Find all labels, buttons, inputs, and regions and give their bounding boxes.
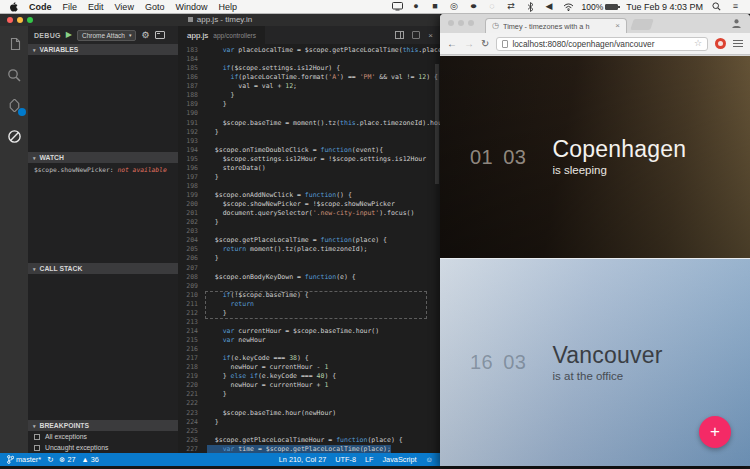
square-app-icon[interactable]: ■ (430, 1, 441, 12)
close-window-button[interactable] (7, 17, 13, 23)
code-line-217[interactable]: 217 if(e.keyCode === 38) { (178, 354, 440, 363)
breakpoint-row[interactable]: All exceptions (28, 431, 178, 442)
call-stack-panel[interactable] (28, 274, 178, 420)
code-line-203[interactable]: 203 (178, 227, 440, 236)
code-line-200[interactable]: 200 $scope.showNewPicker = !$scope.showN… (178, 200, 440, 209)
code-line-191[interactable]: 191 $scope.baseTime = moment().tz(this.p… (178, 119, 440, 128)
code-editor[interactable]: 183 var placeLocalTime = $scope.getPlace… (178, 44, 440, 453)
gear-icon[interactable]: ⚙ (141, 31, 149, 40)
watch-expression[interactable]: $scope.showNewPicker: not available (28, 163, 178, 176)
browser-tab-timey[interactable]: ◷ Timey - timezones with a h × (485, 18, 627, 33)
code-line-214[interactable]: 214 var currentHour = $scope.baseTime.ho… (178, 327, 440, 336)
url-text[interactable]: localhost:8080/copenhagen/vancouver (512, 39, 690, 49)
tab-appjs[interactable]: app.js app/controllers (178, 26, 265, 44)
code-line-202[interactable]: 202 } (178, 218, 440, 227)
code-line-211[interactable]: 211 return (178, 300, 440, 309)
call-stack-section-header[interactable]: ▾ CALL STACK (28, 263, 178, 274)
code-line-209[interactable]: 209 (178, 282, 440, 291)
circle-app-icon[interactable]: ● (411, 1, 422, 12)
status-item[interactable]: JavaScript (382, 455, 416, 464)
debug-console-icon[interactable] (155, 31, 165, 39)
search-icon[interactable] (7, 67, 22, 82)
notification-center-icon[interactable]: ≡ (730, 1, 741, 12)
code-line-227[interactable]: 227 var time = $scope.getPlaceLocalTime(… (178, 445, 440, 453)
city-time[interactable]: 16 03 (470, 351, 527, 374)
status-item[interactable]: Ln 210, Col 27 (279, 455, 326, 464)
sync-arrows-icon[interactable]: ⇄ (506, 1, 517, 12)
close-window-button[interactable] (448, 20, 454, 26)
status-item[interactable]: UTF-8 (335, 455, 356, 464)
code-line-220[interactable]: 220 newHour = currentHour + 1 (178, 381, 440, 390)
code-line-223[interactable]: 223 $scope.baseTime.hour(newHour) (178, 409, 440, 418)
code-line-185[interactable]: 185 if($scope.settings.is12Hour) { (178, 64, 440, 73)
code-line-204[interactable]: 204 $scope.getPlaceLocalTime = function(… (178, 236, 440, 245)
code-line-218[interactable]: 218 newHour = currentHour - 1 (178, 363, 440, 372)
minimize-window-button[interactable] (458, 20, 464, 26)
checkbox[interactable] (34, 434, 40, 440)
city-time[interactable]: 01 03 (470, 146, 527, 169)
sync-icon[interactable]: ↻ (47, 455, 53, 464)
battery-indicator[interactable]: 100% (582, 2, 619, 12)
close-icon[interactable]: × (428, 31, 433, 40)
check-circle-icon[interactable]: ◎ (449, 1, 460, 12)
preview-icon[interactable] (412, 31, 420, 39)
debug-icon[interactable] (7, 129, 22, 144)
code-line-213[interactable]: 213 (178, 318, 440, 327)
code-line-226[interactable]: 226 $scope.getPlaceLocalTimeHour = funct… (178, 436, 440, 445)
oval-app-icon[interactable]: ● (465, 1, 480, 12)
code-line-201[interactable]: 201 document.querySelector('.new-city-in… (178, 209, 440, 218)
code-line-224[interactable]: 224 } (178, 418, 440, 427)
code-line-215[interactable]: 215 var newHour (178, 336, 440, 345)
code-line-194[interactable]: 194 $scope.onTimeDoubleClick = function(… (178, 146, 440, 155)
warnings-indicator[interactable]: ▲ 36 (82, 455, 99, 464)
watch-panel[interactable]: $scope.showNewPicker: not available (28, 163, 178, 263)
variables-panel[interactable] (28, 55, 178, 152)
code-line-186[interactable]: 186 if(placeLocalTime.format('A') == 'PM… (178, 73, 440, 82)
code-line-187[interactable]: 187 val = val + 12; (178, 82, 440, 91)
volume-icon[interactable]: ◀ (544, 1, 555, 12)
code-line-184[interactable]: 184 (178, 55, 440, 64)
app-menu-name[interactable]: Code (29, 2, 52, 12)
code-line-193[interactable]: 193 (178, 137, 440, 146)
apple-icon[interactable] (9, 2, 18, 12)
code-line-221[interactable]: 221 } (178, 390, 440, 399)
editor-scrollbar[interactable] (435, 64, 439, 184)
code-line-210[interactable]: 210 if(!$scope.baseTime) { (178, 291, 440, 300)
code-line-183[interactable]: 183 var placeLocalTime = $scope.getPlace… (178, 46, 440, 55)
debug-config-select[interactable]: Chrome Attach ▾ (77, 30, 137, 41)
close-tab-icon[interactable]: × (615, 22, 620, 30)
code-line-208[interactable]: 208 $scope.onBodyKeyDown = function(e) { (178, 273, 440, 282)
city-card-copenhagen[interactable]: 01 03 Copenhagen is sleeping (440, 56, 750, 258)
code-line-189[interactable]: 189 } (178, 100, 440, 109)
code-line-212[interactable]: 212 } (178, 309, 440, 318)
menu-edit[interactable]: Edit (88, 2, 104, 12)
minimize-window-button[interactable] (17, 17, 23, 23)
menu-goto[interactable]: Goto (145, 2, 165, 12)
code-line-219[interactable]: 219 } else if(e.keyCode === 40) { (178, 372, 440, 381)
git-icon[interactable] (7, 98, 22, 113)
code-line-192[interactable]: 192 } (178, 128, 440, 137)
display-icon[interactable] (392, 1, 403, 12)
code-line-195[interactable]: 195 $scope.settings.is12Hour = !$scope.s… (178, 155, 440, 164)
code-line-190[interactable]: 190 (178, 109, 440, 118)
explorer-icon[interactable] (7, 36, 22, 51)
menu-help[interactable]: Help (218, 2, 237, 12)
menu-window[interactable]: Window (175, 2, 207, 12)
forward-button[interactable]: → (464, 39, 474, 49)
code-line-196[interactable]: 196 storeData() (178, 164, 440, 173)
code-line-222[interactable]: 222 (178, 399, 440, 408)
new-tab-button[interactable] (630, 19, 654, 30)
extension-icon[interactable] (715, 38, 726, 49)
errors-indicator[interactable]: ⊗ 27 (59, 455, 75, 464)
menubar-clock[interactable]: Tue Feb 9 4:03 PM (626, 2, 703, 12)
variables-section-header[interactable]: ▾ VARIABLES (28, 44, 178, 55)
zoom-window-button[interactable] (27, 17, 33, 23)
bluetooth-icon[interactable] (525, 1, 536, 12)
breakpoints-section-header[interactable]: ▾ BREAKPOINTS (28, 420, 178, 431)
breakpoint-row[interactable]: Uncaught exceptions (28, 442, 178, 453)
watch-section-header[interactable]: ▾ WATCH (28, 152, 178, 163)
add-city-button[interactable]: + (699, 416, 731, 448)
code-line-225[interactable]: 225 (178, 427, 440, 436)
faded-circle-icon[interactable]: ◌ (487, 1, 498, 12)
status-item[interactable]: LF (365, 455, 374, 464)
